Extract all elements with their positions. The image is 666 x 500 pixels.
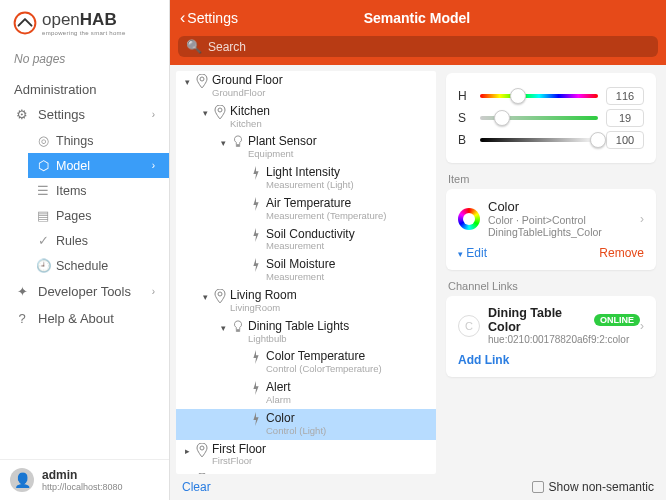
tree-node-name: First Floor bbox=[212, 443, 266, 457]
search-icon: 🔍 bbox=[186, 39, 202, 54]
nav-sub-label: Model bbox=[56, 159, 90, 173]
nav-settings[interactable]: ⚙ Settings › bbox=[0, 101, 169, 128]
remove-button[interactable]: Remove bbox=[599, 246, 644, 260]
logo: openHAB empowering the smart home bbox=[0, 0, 169, 44]
footer-user[interactable]: 👤 admin http://localhost:8080 bbox=[0, 459, 169, 500]
point-icon bbox=[248, 350, 264, 367]
bri-slider[interactable] bbox=[480, 138, 598, 142]
nav-sub-label: Things bbox=[56, 134, 94, 148]
search-box[interactable]: 🔍 bbox=[178, 36, 658, 57]
equipment-icon bbox=[230, 320, 246, 337]
tree-node-subtitle: Control (ColorTemperature) bbox=[266, 364, 382, 375]
tree-node-name: Light Intensity bbox=[266, 166, 354, 180]
tree-node[interactable]: ▸ First FloorFirstFloor bbox=[176, 440, 436, 471]
nav-sub-label: Pages bbox=[56, 209, 91, 223]
bri-knob[interactable] bbox=[590, 132, 606, 148]
back-button[interactable]: ‹ Settings bbox=[180, 9, 238, 27]
tree-node[interactable]: AlertAlarm bbox=[176, 378, 436, 409]
brand-hab: HAB bbox=[80, 10, 117, 29]
nav-things[interactable]: ◎Things bbox=[28, 128, 169, 153]
nav-model[interactable]: ⬡Model› bbox=[28, 153, 169, 178]
nav-help-about[interactable]: ? Help & About bbox=[0, 305, 169, 332]
expand-arrow-icon[interactable]: ▾ bbox=[200, 292, 210, 302]
administration-heading: Administration bbox=[0, 74, 169, 101]
nav-schedule[interactable]: 🕘Schedule bbox=[28, 253, 169, 278]
item-name: Color bbox=[488, 199, 640, 214]
tree-node-subtitle: Control (Light) bbox=[266, 426, 326, 437]
nav-pages[interactable]: ▤Pages bbox=[28, 203, 169, 228]
channel-row[interactable]: C Dining Table Color ONLINE hue:0210:001… bbox=[458, 306, 644, 345]
wrench-icon: ✦ bbox=[14, 284, 30, 299]
tree-node[interactable]: Soil MoistureMeasurement bbox=[176, 255, 436, 286]
chevron-right-icon: › bbox=[640, 212, 644, 226]
hue-slider[interactable] bbox=[480, 94, 598, 98]
gear-icon: ⚙ bbox=[14, 107, 30, 122]
nav-dev-label: Developer Tools bbox=[38, 284, 131, 299]
item-row[interactable]: Color Color · Point>Control DiningTableL… bbox=[458, 199, 644, 238]
add-link-button[interactable]: Add Link bbox=[458, 353, 644, 367]
search-input[interactable] bbox=[208, 40, 650, 54]
pages-icon: ▤ bbox=[36, 208, 50, 223]
tree-node[interactable]: ▾ Living RoomLivingRoom bbox=[176, 286, 436, 317]
searchbar: 🔍 bbox=[170, 36, 666, 65]
items-icon: ☰ bbox=[36, 183, 50, 198]
show-non-semantic-label: Show non-semantic bbox=[549, 480, 654, 494]
tree-node-name: Basement bbox=[212, 473, 266, 474]
tree-node-name: Color Temperature bbox=[266, 350, 382, 364]
nav-developer-tools[interactable]: ✦ Developer Tools › bbox=[0, 278, 169, 305]
tree-node[interactable]: Light IntensityMeasurement (Light) bbox=[176, 163, 436, 194]
tree-node[interactable]: Soil ConductivityMeasurement bbox=[176, 225, 436, 256]
topbar: ‹ Settings Semantic Model bbox=[170, 0, 666, 36]
checkbox-icon bbox=[532, 481, 544, 493]
chevron-down-icon: ▾ bbox=[458, 249, 463, 259]
equipment-icon bbox=[230, 135, 246, 152]
footer-url: http://localhost:8080 bbox=[42, 482, 123, 492]
bri-value[interactable]: 100 bbox=[606, 131, 644, 149]
sat-slider[interactable] bbox=[480, 116, 598, 120]
nav-rules[interactable]: ✓Rules bbox=[28, 228, 169, 253]
item-meta: Color · Point>Control bbox=[488, 214, 640, 226]
nav-items[interactable]: ☰Items bbox=[28, 178, 169, 203]
expand-arrow-icon[interactable]: ▸ bbox=[182, 446, 192, 456]
show-non-semantic-toggle[interactable]: Show non-semantic bbox=[532, 480, 654, 494]
channel-uid: hue:0210:00178820a6f9:2:color bbox=[488, 334, 640, 345]
sat-value[interactable]: 19 bbox=[606, 109, 644, 127]
tree-node-name: Color bbox=[266, 412, 326, 426]
tree-node[interactable]: ▸ BasementBasement bbox=[176, 470, 436, 474]
hue-slider-row: H 116 bbox=[458, 87, 644, 105]
item-card: Color Color · Point>Control DiningTableL… bbox=[446, 189, 656, 270]
expand-arrow-icon[interactable]: ▾ bbox=[218, 138, 228, 148]
rules-icon: ✓ bbox=[36, 233, 50, 248]
hue-value[interactable]: 116 bbox=[606, 87, 644, 105]
color-wheel-icon bbox=[458, 208, 480, 230]
expand-arrow-icon[interactable]: ▾ bbox=[218, 323, 228, 333]
expand-arrow-icon[interactable]: ▾ bbox=[200, 108, 210, 118]
tree-node[interactable]: ColorControl (Light) bbox=[176, 409, 436, 440]
main-panel: ‹ Settings Semantic Model 🔍 ▾ Ground Flo… bbox=[170, 0, 666, 500]
tree-node[interactable]: ▾ Plant SensorEquipment bbox=[176, 132, 436, 163]
help-icon: ? bbox=[14, 311, 30, 326]
tree-node-name: Plant Sensor bbox=[248, 135, 317, 149]
hue-knob[interactable] bbox=[510, 88, 526, 104]
tree-node-subtitle: Measurement (Light) bbox=[266, 180, 354, 191]
nav-help-label: Help & About bbox=[38, 311, 114, 326]
chevron-right-icon: › bbox=[152, 160, 155, 171]
expand-arrow-icon[interactable]: ▾ bbox=[182, 77, 192, 87]
tree-node[interactable]: ▾ Dining Table LightsLightbulb bbox=[176, 317, 436, 348]
schedule-icon: 🕘 bbox=[36, 258, 50, 273]
tree-node[interactable]: ▾ Ground FloorGroundFloor bbox=[176, 71, 436, 102]
item-section-heading: Item bbox=[448, 173, 656, 185]
tree-node[interactable]: Air TemperatureMeasurement (Temperature) bbox=[176, 194, 436, 225]
tree-node-name: Kitchen bbox=[230, 105, 270, 119]
nav-settings-label: Settings bbox=[38, 107, 85, 122]
sat-knob[interactable] bbox=[494, 110, 510, 126]
tree-node-name: Alert bbox=[266, 381, 291, 395]
clear-button[interactable]: Clear bbox=[182, 480, 211, 494]
chevron-left-icon: ‹ bbox=[180, 9, 185, 27]
hue-label: H bbox=[458, 89, 472, 103]
tree-node[interactable]: ▾ KitchenKitchen bbox=[176, 102, 436, 133]
status-badge: ONLINE bbox=[594, 314, 640, 326]
edit-button[interactable]: ▾ Edit bbox=[458, 246, 487, 260]
location-icon bbox=[194, 443, 210, 460]
tree-node[interactable]: Color TemperatureControl (ColorTemperatu… bbox=[176, 347, 436, 378]
